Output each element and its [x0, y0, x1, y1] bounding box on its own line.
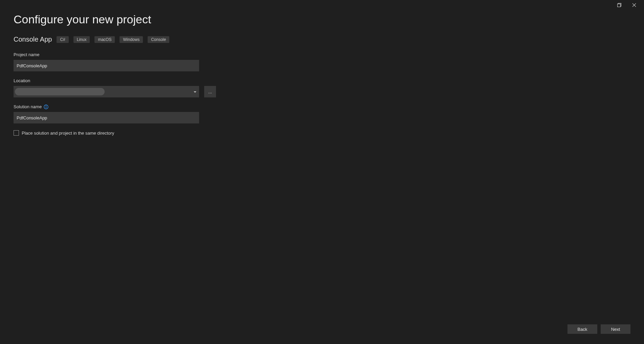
page-title: Configure your new project [14, 13, 630, 26]
project-name-label: Project name [14, 52, 630, 57]
location-label: Location [14, 78, 630, 83]
template-tag: Linux [73, 36, 90, 43]
maximize-icon [617, 3, 621, 7]
template-summary: Console App C# Linux macOS Windows Conso… [14, 36, 630, 43]
template-name: Console App [14, 36, 52, 43]
info-icon[interactable] [44, 105, 48, 109]
template-tag: C# [57, 36, 68, 43]
solution-name-input[interactable] [14, 112, 199, 123]
template-tag: macOS [94, 36, 115, 43]
svg-point-6 [46, 106, 46, 106]
main-content: Configure your new project Console App C… [14, 13, 630, 314]
solution-name-label: Solution name [14, 104, 42, 109]
close-button[interactable] [630, 1, 639, 9]
solution-name-group: Solution name [14, 104, 630, 123]
location-group: Location ... [14, 78, 630, 97]
browse-location-button[interactable]: ... [204, 86, 216, 97]
same-directory-checkbox[interactable] [14, 130, 19, 136]
same-directory-row: Place solution and project in the same d… [14, 130, 630, 136]
close-icon [632, 3, 636, 7]
project-name-group: Project name [14, 52, 630, 71]
same-directory-label: Place solution and project in the same d… [22, 131, 114, 136]
location-input[interactable] [14, 86, 199, 97]
template-tag: Console [148, 36, 169, 43]
window-titlebar [615, 0, 644, 10]
solution-name-label-row: Solution name [14, 104, 630, 109]
svg-rect-1 [618, 4, 621, 7]
maximize-button[interactable] [615, 1, 624, 9]
location-combo[interactable] [14, 86, 199, 97]
svg-rect-7 [46, 106, 46, 108]
template-tag: Windows [120, 36, 143, 43]
project-name-input[interactable] [14, 60, 199, 71]
back-button[interactable]: Back [567, 324, 597, 334]
footer-nav: Back Next [567, 324, 630, 334]
next-button[interactable]: Next [601, 324, 630, 334]
